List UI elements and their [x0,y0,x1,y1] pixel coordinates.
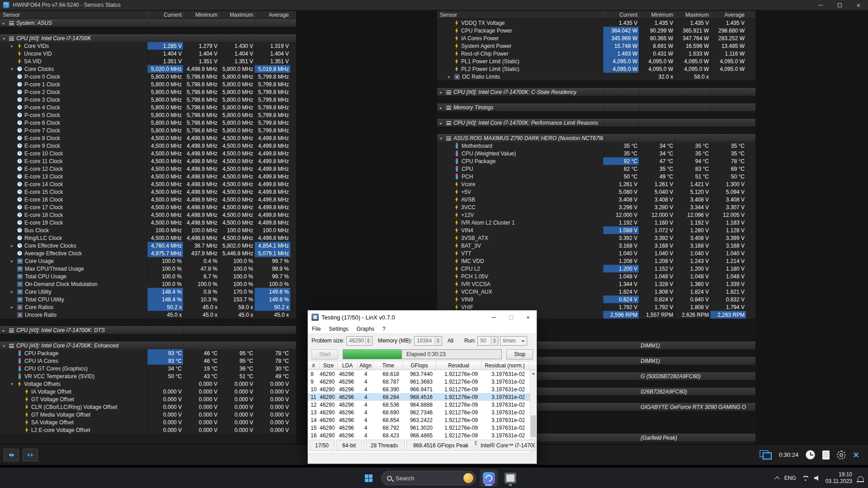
sensor-row[interactable]: PCH 1.05V1.048 V1.048 V1.048 V1.048 V [437,272,755,280]
expand-chevron-icon[interactable]: ▸ [11,289,17,294]
linx-result-row[interactable]: 164629046296468.423966.48651.921276e-093… [308,432,530,439]
results-column-residual[interactable]: Residual [436,361,481,370]
start-button[interactable] [359,469,377,487]
column-maximum[interactable]: Maximum [675,11,710,19]
sensor-row[interactable]: E-core 15 Clock4,500.0 MHz4,498.9 MHz4,5… [0,188,296,196]
sensor-row[interactable]: E-core 12 Clock4,500.0 MHz4,498.9 MHz4,5… [0,165,296,173]
sensor-group-row[interactable]: ▸Memory Timings [437,103,755,111]
next-page-button[interactable] [23,449,38,461]
sensor-row[interactable]: Rest-of-Chip Power1.493 W0.431 W1.533 W1… [437,50,755,57]
sensor-row[interactable]: P-core 3 Clock5,800.0 MHz5,798.6 MHz5,80… [0,96,296,103]
language-indicator[interactable]: ENG [784,475,796,481]
expand-chevron-icon[interactable]: ▾ [3,343,9,348]
sensor-row[interactable]: L2 E-core Voltage Offset0.000 V0.000 V0.… [0,426,296,434]
sensor-row[interactable]: PL2 Power Limit (Static)4,095.0 W4,095.0… [437,65,755,73]
sensor-row[interactable]: VIN90.824 V0.824 V0.840 V0.832 V [437,296,755,303]
close-button[interactable]: × [849,0,868,10]
hidden-icons-chevron-icon[interactable] [774,476,779,481]
sensor-row[interactable]: IMC VDD1.208 V1.208 V1.243 V1.214 V [437,257,755,265]
expand-chevron-icon[interactable]: ▸ [440,90,446,95]
sensor-row[interactable]: Vcore1.261 V1.261 V1.421 V1.300 V [437,180,755,188]
sensor-row[interactable]: SA VID1.351 V1.351 V1.351 V1.351 V [0,57,296,65]
expand-chevron-icon[interactable]: ▸ [11,243,17,248]
sensor-row[interactable]: P-core 7 Clock5,800.0 MHz5,798.6 MHz5,80… [0,127,296,134]
linx-result-row[interactable]: 94629046296468.787961.36831.921276e-093.… [308,378,530,385]
column-maximum[interactable]: Maximum [219,11,255,19]
sensor-group-row[interactable]: ▾CPU [#0]: Intel Core i7-14700K [0,34,296,42]
sensor-row[interactable]: GT Media Voltage Offset0.000 V0.000 V0.0… [0,411,296,418]
expand-chevron-icon[interactable]: ▸ [440,105,446,110]
sensor-group-row[interactable]: ▸System: ASUS [0,19,296,27]
sensor-row[interactable]: CPU IA Cores93 °C46 °C95 °C78 °C [0,357,296,365]
sensor-row[interactable]: SA Voltage Offset0.000 V0.000 V0.000 V0.… [0,418,296,426]
sensor-row[interactable]: CPU Package93 °C46 °C95 °C78 °C [0,349,296,357]
sensor-row[interactable]: AVSB3.408 V3.408 V3.408 V3.408 V [437,196,755,203]
hwinfo-titlebar[interactable]: HWiNFO64 Pro v7.64-5240 - Sensors Status… [0,0,868,10]
expand-chevron-icon[interactable]: ▾ [3,36,9,41]
column-sensor[interactable]: Sensor [0,11,147,19]
sensor-group-row[interactable]: ▾ASUS ROG MAXIMUS Z790 DARK HERO (Nuvoto… [437,134,755,142]
column-current[interactable]: Current [603,11,639,19]
column-minimum[interactable]: Minimum [639,11,675,19]
close-sensors-icon[interactable]: × [853,450,859,460]
taskbar-item-linx[interactable] [501,469,519,487]
sensor-row[interactable]: ▸Core Ratios50.2 x45.0 x58.0 x50.2 x [0,303,296,311]
results-column-residual-norm[interactable]: Residual (norm.) [481,361,528,370]
sensor-row[interactable]: PL1 Power Limit (Static)4,095.0 W4,095.0… [437,57,755,65]
search-box[interactable]: Search [381,471,476,485]
sensor-row[interactable]: PCH50 °C49 °C51 °C50 °C [437,173,755,180]
sensor-row[interactable]: E-core 14 Clock4,500.0 MHz4,498.9 MHz4,5… [0,180,296,188]
linx-result-row[interactable]: 104629046296468.390966.94711.921276e-093… [308,385,530,393]
results-column-num[interactable]: # [308,361,320,370]
problem-size-input[interactable]: 46290 [346,336,373,346]
results-column-align[interactable]: Align [358,361,374,370]
results-column-time[interactable]: Time [374,361,403,370]
sensor-row[interactable]: ▸Core Utility148.4 %0.8 %170.0 %149.6 % [0,288,296,296]
linx-maximize-button[interactable] [502,310,519,324]
sensor-row[interactable]: E-core 9 Clock4,500.0 MHz4,498.9 MHz4,50… [0,142,296,150]
sensor-row[interactable]: CPU82 °C35 °C83 °C69 °C [437,165,755,173]
linx-result-row[interactable]: 134629046296468.690962.73461.921276e-093… [308,408,530,416]
sensor-row[interactable]: VTT1.040 V1.040 V1.040 V1.040 V [437,249,755,257]
scrollbar-thumb[interactable] [531,415,536,437]
stop-button[interactable]: Stop [506,349,533,360]
sensor-row[interactable]: VDDQ TX Voltage1.435 V1.435 V1.435 V1.43… [437,19,755,27]
linx-result-row[interactable]: 154629046296468.792961.30201.921276e-093… [308,424,530,432]
sensor-row[interactable]: VIN41.088 V1.072 V1.280 V1.128 V [437,226,755,234]
expand-chevron-icon[interactable]: ▾ [11,66,17,71]
sensor-row[interactable]: Bus Clock100.0 MHz100.0 MHz100.0 MHz100.… [0,226,296,234]
sensor-row[interactable]: CPU GT Cores (Graphics)34 °C19 °C36 °C30… [0,365,296,372]
sensor-row[interactable]: GT Voltage Offset0.000 V0.000 V0.000 V0.… [0,395,296,403]
spinner-icon[interactable] [365,337,372,345]
expand-chevron-icon[interactable]: ▸ [11,258,17,263]
tray-clock[interactable]: 19:10 03.11.2023 [826,471,852,485]
sensor-group-row[interactable]: ▸CPU [#0]: Intel Core i7-14700K: Perform… [437,119,755,127]
sensor-row[interactable]: ▸Core Effective Clocks4,760.4 MHz38.7 MH… [0,242,296,249]
sensor-row[interactable]: 3VCC3.296 V3.280 V3.344 V3.307 V [437,203,755,211]
sensor-row[interactable]: E-core 19 Clock4,500.0 MHz4,498.9 MHz4,5… [0,219,296,226]
sensor-row[interactable]: E-core 8 Clock4,500.0 MHz4,498.9 MHz4,50… [0,134,296,142]
sensor-row[interactable]: Total CPU Utility148.4 %10.3 %153.7 %149… [0,296,296,303]
sensor-row[interactable]: Uncore Ratio45.0 x45.0 x45.0 x45.0 x [0,311,296,319]
sensor-row[interactable]: P-core 2 Clock5,800.0 MHz5,798.6 MHz5,80… [0,88,296,96]
linx-result-row[interactable]: 114629046296468.284968.45161.921276e-093… [308,393,530,401]
sensor-row[interactable]: On-Demand Clock Modulation100.0 %100.0 %… [0,280,296,288]
sensor-row[interactable]: E-core 10 Clock4,500.0 MHz4,498.9 MHz4,5… [0,150,296,157]
sensor-row[interactable]: Total CPU Usage100.0 %6.7 %100.0 %99.7 % [0,272,296,280]
all-checkbox-label[interactable]: All [448,338,453,344]
menu-help[interactable]: ? [378,326,390,332]
expand-chevron-icon[interactable]: ▸ [448,74,454,79]
sensor-row[interactable]: CPU Package Power364.042 W90.299 W365.92… [437,27,755,34]
menu-file[interactable]: File [308,326,325,332]
sensor-row[interactable]: VCCIN_AUX1.824 V1.808 V1.824 V1.821 V [437,288,755,296]
spinner-icon[interactable] [435,337,441,345]
memory-input[interactable]: 16384 [414,336,442,346]
results-column-lda[interactable]: LDA [338,361,358,370]
column-current[interactable]: Current [147,11,183,19]
volume-icon[interactable] [814,475,820,481]
expand-chevron-icon[interactable]: ▸ [11,43,17,48]
sensor-row[interactable]: IVR Atom L2 Cluster 11.192 V1.160 V1.192… [437,219,755,226]
sensor-row[interactable]: IVR VCCSA1.344 V1.328 V1.360 V1.339 V [437,280,755,288]
spinner-icon[interactable] [491,337,497,345]
sensor-group-row[interactable]: ▸CPU [#0]: Intel Core i7-14700K: DTS [0,326,296,334]
